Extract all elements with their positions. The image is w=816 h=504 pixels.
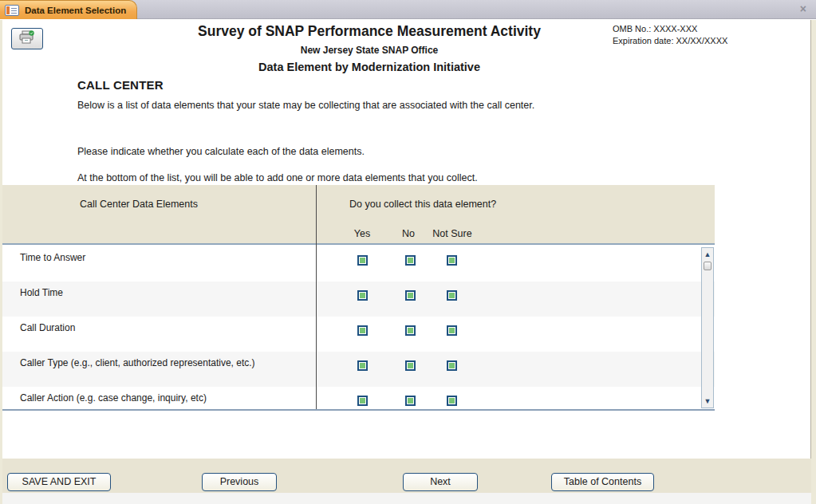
row-label: Hold Time bbox=[20, 287, 63, 298]
checkbox-no[interactable] bbox=[405, 290, 416, 301]
checkbox-no[interactable] bbox=[405, 396, 416, 406]
checkbox-yes[interactable] bbox=[357, 396, 368, 406]
scrollbar-thumb[interactable] bbox=[704, 262, 712, 270]
expiration-date: Expiration date: XX/XX/XXXX bbox=[613, 35, 727, 47]
table-column-divider bbox=[316, 185, 317, 409]
table-row: Caller Action (e.g. case change, inquiry… bbox=[2, 387, 715, 409]
page-title: Survey of SNAP Performance Measurement A… bbox=[50, 23, 688, 40]
table-bottom-border bbox=[2, 409, 715, 411]
table-row: Caller Type (e.g., client, authorized re… bbox=[2, 352, 715, 387]
checkbox-yes[interactable] bbox=[357, 325, 368, 336]
scroll-down-icon[interactable]: ▼ bbox=[702, 396, 713, 406]
intro-paragraph-2: Please indicate whether you calculate ea… bbox=[77, 144, 560, 159]
office-subtitle: New Jersey State SNAP Office bbox=[50, 45, 688, 56]
checkbox-notsure[interactable] bbox=[447, 325, 457, 336]
intro-paragraph-3: At the bottom of the list, you will be a… bbox=[77, 171, 560, 186]
table-of-contents-button[interactable]: Table of Contents bbox=[551, 473, 654, 491]
save-and-exit-button[interactable]: SAVE AND EXIT bbox=[7, 473, 111, 491]
checkbox-notsure[interactable] bbox=[447, 360, 457, 371]
checkbox-yes[interactable] bbox=[357, 360, 368, 371]
window-right-border bbox=[810, 20, 811, 504]
table-scrollbar[interactable]: ▲ ▼ bbox=[701, 247, 714, 408]
close-icon[interactable]: × bbox=[800, 2, 806, 15]
checkbox-no[interactable] bbox=[405, 255, 416, 266]
intro-paragraph-1: Below is a list of data elements that yo… bbox=[77, 98, 560, 113]
table-row: Time to Answer bbox=[2, 246, 715, 282]
option-header-yes: Yes bbox=[354, 228, 370, 239]
form-window: Survey of SNAP Performance Measurement A… bbox=[0, 20, 816, 504]
tab-data-element-selection[interactable]: Data Element Selection bbox=[0, 0, 137, 19]
checkbox-no[interactable] bbox=[405, 360, 416, 371]
tab-bar: Data Element Selection × bbox=[0, 0, 816, 19]
row-label: Call Duration bbox=[20, 322, 75, 333]
option-header-no: No bbox=[402, 228, 415, 239]
bottom-strip bbox=[2, 493, 811, 504]
next-button[interactable]: Next bbox=[403, 473, 478, 491]
print-button[interactable] bbox=[11, 28, 43, 49]
table-row: Call Duration bbox=[2, 317, 715, 352]
row-label: Caller Type (e.g., client, authorized re… bbox=[20, 357, 255, 368]
column-header-elements: Call Center Data Elements bbox=[80, 199, 198, 210]
scroll-up-icon[interactable]: ▲ bbox=[702, 250, 713, 259]
page-subtitle: Data Element by Modernization Initiative bbox=[50, 61, 688, 73]
checkbox-notsure[interactable] bbox=[447, 396, 457, 406]
tab-label: Data Element Selection bbox=[25, 6, 126, 15]
previous-button[interactable]: Previous bbox=[202, 473, 277, 491]
omb-info: OMB No.: XXXX-XXX Expiration date: XX/XX… bbox=[613, 23, 727, 47]
checkbox-yes[interactable] bbox=[357, 290, 368, 301]
column-header-collect: Do you collect this data element? bbox=[349, 199, 496, 210]
checkbox-notsure[interactable] bbox=[447, 255, 457, 266]
row-label: Time to Answer bbox=[20, 252, 85, 263]
table-row: Hold Time bbox=[2, 282, 715, 317]
omb-number: OMB No.: XXXX-XXX bbox=[613, 23, 727, 35]
checkbox-no[interactable] bbox=[405, 325, 416, 336]
row-label: Caller Action (e.g. case change, inquiry… bbox=[20, 392, 207, 404]
option-header-notsure: Not Sure bbox=[432, 228, 471, 239]
checkbox-yes[interactable] bbox=[357, 255, 368, 266]
form-icon bbox=[5, 5, 19, 16]
printer-icon bbox=[18, 30, 36, 47]
data-elements-table: Time to Answer Hold Time Call Duration C… bbox=[2, 246, 715, 409]
checkbox-notsure[interactable] bbox=[447, 290, 457, 301]
section-heading: CALL CENTER bbox=[77, 78, 164, 92]
